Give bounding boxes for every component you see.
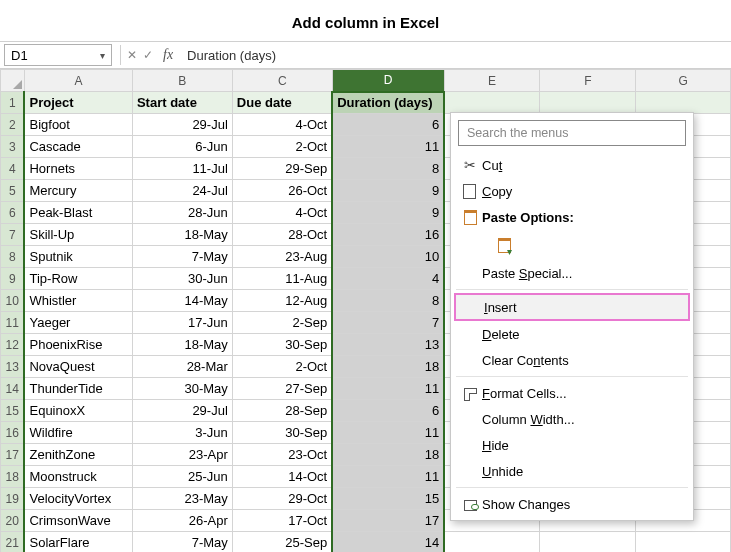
cell-C20[interactable]: 17-Oct <box>232 510 332 532</box>
cell-B15[interactable]: 29-Jul <box>132 400 232 422</box>
cell-A3[interactable]: Cascade <box>24 136 132 158</box>
cell-B13[interactable]: 28-Mar <box>132 356 232 378</box>
cell-C13[interactable]: 2-Oct <box>232 356 332 378</box>
menu-clear-contents[interactable]: Clear Contents <box>454 347 690 373</box>
name-box[interactable]: D1 ▾ <box>4 44 112 66</box>
menu-hide[interactable]: Hide <box>454 432 690 458</box>
cell-A20[interactable]: CrimsonWave <box>24 510 132 532</box>
cell-D12[interactable]: 13 <box>332 334 444 356</box>
cell-C3[interactable]: 2-Oct <box>232 136 332 158</box>
menu-show-changes[interactable]: Show Changes <box>454 491 690 517</box>
cell-D21[interactable]: 14 <box>332 532 444 553</box>
cell-D16[interactable]: 11 <box>332 422 444 444</box>
header-cell-D[interactable]: Duration (days) <box>332 92 444 114</box>
cell-F21[interactable] <box>540 532 636 553</box>
cell-A2[interactable]: Bigfoot <box>24 114 132 136</box>
cell-B17[interactable]: 23-Apr <box>132 444 232 466</box>
cell-C8[interactable]: 23-Aug <box>232 246 332 268</box>
header-cell-B[interactable]: Start date <box>132 92 232 114</box>
cell-B14[interactable]: 30-May <box>132 378 232 400</box>
cell-A14[interactable]: ThunderTide <box>24 378 132 400</box>
menu-search-input[interactable]: Search the menus <box>458 120 686 146</box>
cell-A7[interactable]: Skill-Up <box>24 224 132 246</box>
cell-A15[interactable]: EquinoxX <box>24 400 132 422</box>
cell-C2[interactable]: 4-Oct <box>232 114 332 136</box>
row-header-7[interactable]: 7 <box>1 224 25 246</box>
row-header-15[interactable]: 15 <box>1 400 25 422</box>
cell-B3[interactable]: 6-Jun <box>132 136 232 158</box>
row-header-17[interactable]: 17 <box>1 444 25 466</box>
header-cell-C[interactable]: Due date <box>232 92 332 114</box>
cell-A21[interactable]: SolarFlare <box>24 532 132 553</box>
cell-B18[interactable]: 25-Jun <box>132 466 232 488</box>
cell-D9[interactable]: 4 <box>332 268 444 290</box>
row-header-14[interactable]: 14 <box>1 378 25 400</box>
menu-paste-special[interactable]: Paste Special... <box>454 260 690 286</box>
cell-C15[interactable]: 28-Sep <box>232 400 332 422</box>
row-header-20[interactable]: 20 <box>1 510 25 532</box>
cell-B19[interactable]: 23-May <box>132 488 232 510</box>
cell-C9[interactable]: 11-Aug <box>232 268 332 290</box>
cell-C19[interactable]: 29-Oct <box>232 488 332 510</box>
menu-copy[interactable]: Copy <box>454 178 690 204</box>
col-header-B[interactable]: B <box>132 70 232 92</box>
col-header-A[interactable]: A <box>24 70 132 92</box>
col-header-F[interactable]: F <box>540 70 636 92</box>
cell-A12[interactable]: PhoenixRise <box>24 334 132 356</box>
cell-B4[interactable]: 11-Jul <box>132 158 232 180</box>
cell-C16[interactable]: 30-Sep <box>232 422 332 444</box>
row-header-13[interactable]: 13 <box>1 356 25 378</box>
cell-B11[interactable]: 17-Jun <box>132 312 232 334</box>
cell-C4[interactable]: 29-Sep <box>232 158 332 180</box>
col-header-E[interactable]: E <box>444 70 540 92</box>
col-header-D[interactable]: D <box>332 70 444 92</box>
header-cell-A[interactable]: Project <box>24 92 132 114</box>
col-header-G[interactable]: G <box>636 70 731 92</box>
cell-D17[interactable]: 18 <box>332 444 444 466</box>
cell-B2[interactable]: 29-Jul <box>132 114 232 136</box>
menu-format-cells[interactable]: Format Cells... <box>454 380 690 406</box>
header-cell-F[interactable] <box>540 92 636 114</box>
row-header-19[interactable]: 19 <box>1 488 25 510</box>
cell-A16[interactable]: Wildfire <box>24 422 132 444</box>
menu-unhide[interactable]: Unhide <box>454 458 690 484</box>
cell-C7[interactable]: 28-Oct <box>232 224 332 246</box>
cell-A4[interactable]: Hornets <box>24 158 132 180</box>
cell-C6[interactable]: 4-Oct <box>232 202 332 224</box>
cell-G21[interactable] <box>636 532 731 553</box>
cell-D11[interactable]: 7 <box>332 312 444 334</box>
cell-D13[interactable]: 18 <box>332 356 444 378</box>
row-header-18[interactable]: 18 <box>1 466 25 488</box>
cell-C14[interactable]: 27-Sep <box>232 378 332 400</box>
cell-A5[interactable]: Mercury <box>24 180 132 202</box>
cell-D3[interactable]: 11 <box>332 136 444 158</box>
cell-D4[interactable]: 8 <box>332 158 444 180</box>
menu-delete[interactable]: Delete <box>454 321 690 347</box>
accept-formula-icon[interactable]: ✓ <box>139 48 157 62</box>
fx-icon[interactable]: fx <box>157 47 179 63</box>
header-cell-G[interactable] <box>636 92 731 114</box>
cell-D18[interactable]: 11 <box>332 466 444 488</box>
row-header-12[interactable]: 12 <box>1 334 25 356</box>
cell-B6[interactable]: 28-Jun <box>132 202 232 224</box>
cell-D2[interactable]: 6 <box>332 114 444 136</box>
cell-D6[interactable]: 9 <box>332 202 444 224</box>
cell-B20[interactable]: 26-Apr <box>132 510 232 532</box>
cell-A19[interactable]: VelocityVortex <box>24 488 132 510</box>
cell-C17[interactable]: 23-Oct <box>232 444 332 466</box>
row-header-9[interactable]: 9 <box>1 268 25 290</box>
cell-B8[interactable]: 7-May <box>132 246 232 268</box>
cell-A17[interactable]: ZenithZone <box>24 444 132 466</box>
menu-cut[interactable]: Cut <box>454 152 690 178</box>
cell-B12[interactable]: 18-May <box>132 334 232 356</box>
row-header-2[interactable]: 2 <box>1 114 25 136</box>
col-header-C[interactable]: C <box>232 70 332 92</box>
select-all-corner[interactable] <box>1 70 25 92</box>
cell-A6[interactable]: Peak-Blast <box>24 202 132 224</box>
cell-B16[interactable]: 3-Jun <box>132 422 232 444</box>
cell-D15[interactable]: 6 <box>332 400 444 422</box>
cell-D5[interactable]: 9 <box>332 180 444 202</box>
row-header-10[interactable]: 10 <box>1 290 25 312</box>
cell-D10[interactable]: 8 <box>332 290 444 312</box>
cell-D19[interactable]: 15 <box>332 488 444 510</box>
